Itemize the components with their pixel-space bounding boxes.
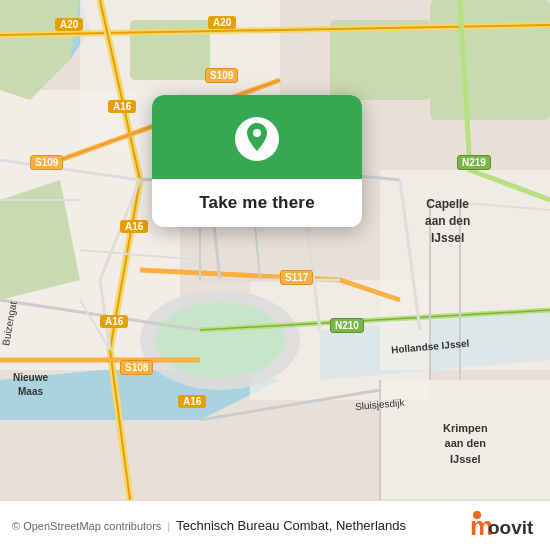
svg-rect-4 (380, 170, 550, 370)
svg-rect-5 (380, 380, 550, 500)
location-text: Technisch Bureau Combat, Netherlands (176, 518, 406, 533)
svg-rect-8 (430, 0, 550, 120)
popup-card: Take me there (152, 95, 362, 227)
footer-separator: | (167, 520, 170, 532)
svg-rect-7 (330, 20, 430, 100)
moovit-logo: m oovit (468, 511, 538, 541)
attribution-text: © OpenStreetMap contributors (12, 520, 161, 532)
svg-point-10 (155, 302, 285, 378)
svg-point-14 (473, 511, 481, 519)
map-container: A20 A20 A16 A16 A16 A16 S109 S109 S108 S… (0, 0, 550, 500)
footer-bar: © OpenStreetMap contributors | Technisch… (0, 500, 550, 550)
svg-point-11 (253, 129, 261, 137)
popup-header (152, 95, 362, 179)
take-me-there-button[interactable]: Take me there (152, 179, 362, 227)
moovit-svg: m oovit (468, 511, 538, 541)
footer-left: © OpenStreetMap contributors | Technisch… (12, 518, 406, 533)
pin-icon (235, 117, 279, 161)
svg-text:oovit: oovit (488, 517, 534, 538)
